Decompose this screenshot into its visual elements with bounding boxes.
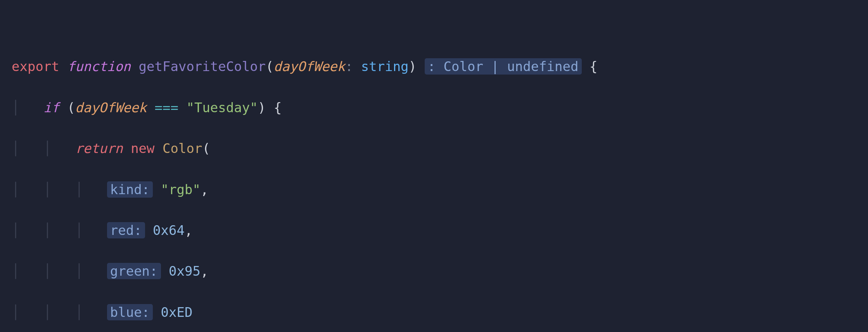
parameter-name: dayOfWeek [274, 59, 345, 74]
code-line-1: export function getFavoriteColor(dayOfWe… [12, 56, 856, 77]
paren-open: ( [266, 59, 273, 74]
paren-open: ( [202, 141, 210, 156]
paren-close: ) [258, 100, 266, 115]
inlay-hint-param-green: green: [107, 263, 161, 279]
string-literal: "rgb" [161, 182, 201, 197]
brace-open: { [274, 100, 282, 115]
colon: : [345, 59, 353, 74]
string-literal: "Tuesday" [186, 100, 258, 115]
code-line-6: │ │ │ green: 0x95, [12, 261, 856, 282]
paren-open: ( [67, 100, 75, 115]
code-line-5: │ │ │ red: 0x64, [12, 220, 856, 241]
paren-close: ) [409, 59, 417, 74]
inlay-hint-param-red: red: [107, 222, 145, 238]
inlay-hint-param-blue: blue: [107, 304, 153, 320]
number-literal: 0x64 [153, 222, 185, 238]
keyword-if: if [43, 100, 59, 115]
comma: , [201, 182, 208, 197]
comma: , [201, 263, 208, 279]
variable: dayOfWeek [75, 100, 147, 115]
keyword-export: export [12, 59, 59, 74]
inlay-hint-param-kind: kind: [107, 181, 153, 198]
code-line-4: │ │ │ kind: "rgb", [12, 179, 856, 200]
class-name: Color [163, 141, 202, 156]
inlay-hint-return-type: : Color | undefined [425, 58, 582, 75]
code-line-3: │ │ return new Color( [12, 138, 856, 159]
number-literal: 0x95 [169, 263, 201, 279]
code-editor[interactable]: export function getFavoriteColor(dayOfWe… [12, 56, 856, 332]
operator-equals: === [155, 100, 178, 115]
comma: , [185, 222, 192, 238]
type-annotation: string [361, 59, 409, 74]
function-name: getFavoriteColor [139, 59, 266, 74]
number-literal: 0xED [161, 304, 193, 320]
code-line-2: │ if (dayOfWeek === "Tuesday") { [12, 97, 856, 118]
brace-open: { [590, 59, 597, 74]
keyword-new: new [131, 141, 154, 156]
keyword-function: function [67, 59, 131, 74]
code-line-7: │ │ │ blue: 0xED [12, 302, 856, 323]
keyword-return: return [75, 141, 123, 156]
